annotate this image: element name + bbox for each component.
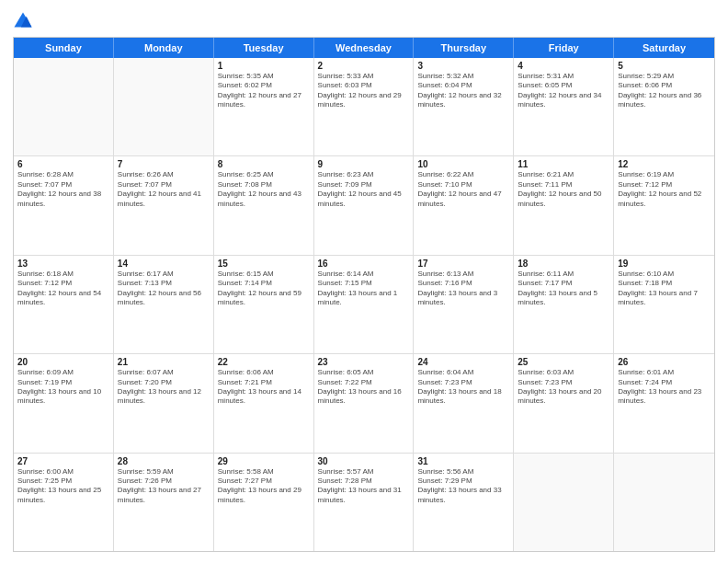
day-number: 6 [17, 159, 109, 169]
calendar-cell: 2Sunrise: 5:33 AM Sunset: 6:03 PM Daylig… [314, 58, 415, 155]
day-number: 7 [118, 159, 210, 169]
calendar-cell: 10Sunrise: 6:22 AM Sunset: 7:10 PM Dayli… [414, 156, 514, 254]
header-day: Monday [114, 38, 214, 58]
day-number: 14 [118, 259, 210, 269]
cell-detail: Sunrise: 6:04 AM Sunset: 7:23 PM Dayligh… [417, 368, 509, 407]
calendar-cell: 18Sunrise: 6:11 AM Sunset: 7:17 PM Dayli… [514, 256, 614, 353]
calendar-cell: 17Sunrise: 6:13 AM Sunset: 7:16 PM Dayli… [414, 256, 514, 353]
cell-detail: Sunrise: 6:21 AM Sunset: 7:11 PM Dayligh… [518, 170, 609, 209]
cell-detail: Sunrise: 6:10 AM Sunset: 7:18 PM Dayligh… [618, 270, 711, 308]
cell-detail: Sunrise: 6:15 AM Sunset: 7:14 PM Dayligh… [218, 270, 310, 308]
day-number: 16 [318, 259, 410, 269]
day-number: 17 [417, 259, 509, 269]
cell-detail: Sunrise: 6:05 AM Sunset: 7:22 PM Dayligh… [318, 368, 410, 407]
day-number: 10 [417, 159, 509, 169]
calendar-cell: 28Sunrise: 5:59 AM Sunset: 7:26 PM Dayli… [114, 454, 214, 551]
day-number: 23 [318, 357, 410, 367]
header-day: Tuesday [214, 38, 314, 58]
cell-detail: Sunrise: 6:00 AM Sunset: 7:25 PM Dayligh… [17, 467, 109, 506]
calendar-cell [614, 454, 714, 551]
header-day: Wednesday [314, 38, 415, 58]
calendar-row: 1Sunrise: 5:35 AM Sunset: 6:02 PM Daylig… [14, 58, 714, 156]
day-number: 20 [17, 357, 109, 367]
day-number: 3 [417, 61, 509, 71]
cell-detail: Sunrise: 6:14 AM Sunset: 7:15 PM Dayligh… [318, 270, 410, 308]
day-number: 31 [417, 456, 509, 466]
cell-detail: Sunrise: 6:19 AM Sunset: 7:12 PM Dayligh… [618, 170, 711, 209]
cell-detail: Sunrise: 6:25 AM Sunset: 7:08 PM Dayligh… [218, 170, 310, 209]
calendar-cell: 30Sunrise: 5:57 AM Sunset: 7:28 PM Dayli… [314, 454, 415, 551]
day-number: 12 [618, 159, 711, 169]
header [13, 11, 715, 31]
cell-detail: Sunrise: 5:59 AM Sunset: 7:26 PM Dayligh… [118, 467, 210, 506]
calendar-row: 6Sunrise: 6:28 AM Sunset: 7:07 PM Daylig… [14, 156, 714, 255]
calendar-cell [514, 454, 614, 551]
day-number: 21 [118, 357, 210, 367]
cell-detail: Sunrise: 6:07 AM Sunset: 7:20 PM Dayligh… [118, 368, 210, 407]
calendar-row: 27Sunrise: 6:00 AM Sunset: 7:25 PM Dayli… [14, 454, 714, 551]
day-number: 9 [318, 159, 410, 169]
calendar-row: 13Sunrise: 6:18 AM Sunset: 7:12 PM Dayli… [14, 256, 714, 354]
cell-detail: Sunrise: 6:06 AM Sunset: 7:21 PM Dayligh… [218, 368, 310, 407]
calendar-cell: 11Sunrise: 6:21 AM Sunset: 7:11 PM Dayli… [514, 156, 614, 254]
calendar-cell: 25Sunrise: 6:03 AM Sunset: 7:23 PM Dayli… [514, 354, 614, 452]
calendar-cell: 26Sunrise: 6:01 AM Sunset: 7:24 PM Dayli… [614, 354, 714, 452]
calendar-cell: 24Sunrise: 6:04 AM Sunset: 7:23 PM Dayli… [414, 354, 514, 452]
page: SundayMondayTuesdayWednesdayThursdayFrid… [0, 0, 728, 563]
calendar-cell: 13Sunrise: 6:18 AM Sunset: 7:12 PM Dayli… [14, 256, 114, 353]
logo [13, 11, 37, 31]
cell-detail: Sunrise: 5:56 AM Sunset: 7:29 PM Dayligh… [417, 467, 509, 506]
calendar-cell: 5Sunrise: 5:29 AM Sunset: 6:06 PM Daylig… [614, 58, 714, 155]
day-number: 26 [618, 357, 711, 367]
day-number: 11 [518, 159, 609, 169]
day-number: 25 [518, 357, 609, 367]
cell-detail: Sunrise: 5:32 AM Sunset: 6:04 PM Dayligh… [417, 72, 509, 110]
calendar-cell: 22Sunrise: 6:06 AM Sunset: 7:21 PM Dayli… [214, 354, 314, 452]
day-number: 22 [218, 357, 310, 367]
calendar-cell: 29Sunrise: 5:58 AM Sunset: 7:27 PM Dayli… [214, 454, 314, 551]
day-number: 8 [218, 159, 310, 169]
calendar-cell: 9Sunrise: 6:23 AM Sunset: 7:09 PM Daylig… [314, 156, 415, 254]
day-number: 30 [318, 456, 410, 466]
cell-detail: Sunrise: 6:03 AM Sunset: 7:23 PM Dayligh… [518, 368, 609, 407]
calendar-cell: 1Sunrise: 5:35 AM Sunset: 6:02 PM Daylig… [214, 58, 314, 155]
cell-detail: Sunrise: 6:22 AM Sunset: 7:10 PM Dayligh… [417, 170, 509, 209]
calendar-cell [14, 58, 114, 155]
day-number: 2 [318, 61, 410, 71]
calendar-cell [114, 58, 214, 155]
header-day: Thursday [414, 38, 514, 58]
cell-detail: Sunrise: 5:58 AM Sunset: 7:27 PM Dayligh… [218, 467, 310, 506]
calendar-cell: 15Sunrise: 6:15 AM Sunset: 7:14 PM Dayli… [214, 256, 314, 353]
day-number: 19 [618, 259, 711, 269]
calendar-cell: 27Sunrise: 6:00 AM Sunset: 7:25 PM Dayli… [14, 454, 114, 551]
header-day: Sunday [14, 38, 114, 58]
cell-detail: Sunrise: 6:28 AM Sunset: 7:07 PM Dayligh… [17, 170, 109, 209]
calendar-cell: 6Sunrise: 6:28 AM Sunset: 7:07 PM Daylig… [14, 156, 114, 254]
header-day: Friday [514, 38, 614, 58]
calendar-cell: 8Sunrise: 6:25 AM Sunset: 7:08 PM Daylig… [214, 156, 314, 254]
cell-detail: Sunrise: 6:17 AM Sunset: 7:13 PM Dayligh… [118, 270, 210, 308]
cell-detail: Sunrise: 5:29 AM Sunset: 6:06 PM Dayligh… [618, 72, 711, 110]
cell-detail: Sunrise: 6:23 AM Sunset: 7:09 PM Dayligh… [318, 170, 410, 209]
day-number: 4 [518, 61, 609, 71]
cell-detail: Sunrise: 5:35 AM Sunset: 6:02 PM Dayligh… [218, 72, 310, 110]
cell-detail: Sunrise: 6:11 AM Sunset: 7:17 PM Dayligh… [518, 270, 609, 308]
cell-detail: Sunrise: 6:13 AM Sunset: 7:16 PM Dayligh… [417, 270, 509, 308]
calendar-cell: 21Sunrise: 6:07 AM Sunset: 7:20 PM Dayli… [114, 354, 214, 452]
calendar-cell: 3Sunrise: 5:32 AM Sunset: 6:04 PM Daylig… [414, 58, 514, 155]
calendar-cell: 7Sunrise: 6:26 AM Sunset: 7:07 PM Daylig… [114, 156, 214, 254]
calendar-cell: 31Sunrise: 5:56 AM Sunset: 7:29 PM Dayli… [414, 454, 514, 551]
day-number: 13 [17, 259, 109, 269]
calendar-row: 20Sunrise: 6:09 AM Sunset: 7:19 PM Dayli… [14, 354, 714, 453]
calendar-body: 1Sunrise: 5:35 AM Sunset: 6:02 PM Daylig… [14, 58, 714, 551]
day-number: 29 [218, 456, 310, 466]
cell-detail: Sunrise: 6:09 AM Sunset: 7:19 PM Dayligh… [17, 368, 109, 407]
cell-detail: Sunrise: 6:18 AM Sunset: 7:12 PM Dayligh… [17, 270, 109, 308]
calendar-cell: 23Sunrise: 6:05 AM Sunset: 7:22 PM Dayli… [314, 354, 415, 452]
calendar-cell: 12Sunrise: 6:19 AM Sunset: 7:12 PM Dayli… [614, 156, 714, 254]
calendar-cell: 20Sunrise: 6:09 AM Sunset: 7:19 PM Dayli… [14, 354, 114, 452]
cell-detail: Sunrise: 5:57 AM Sunset: 7:28 PM Dayligh… [318, 467, 410, 506]
calendar-cell: 16Sunrise: 6:14 AM Sunset: 7:15 PM Dayli… [314, 256, 415, 353]
calendar-cell: 19Sunrise: 6:10 AM Sunset: 7:18 PM Dayli… [614, 256, 714, 353]
day-number: 18 [518, 259, 609, 269]
